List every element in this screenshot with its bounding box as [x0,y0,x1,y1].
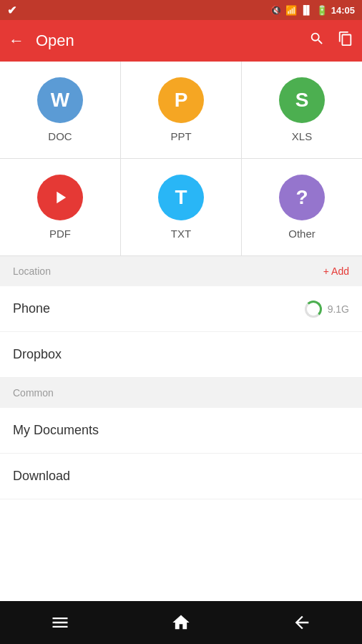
status-right: 🔇 📶 ▐▌ 🔋 14:05 [270,5,355,16]
back-nav-button[interactable] [292,613,312,633]
file-types-row-1: W DOC P PPT S XLS [0,62,362,159]
other-label: Other [288,228,315,240]
xls-label: XLS [292,130,312,142]
file-type-txt[interactable]: T TXT [121,159,242,255]
file-type-pdf[interactable]: PDF [0,159,121,255]
my-documents-label: My Documents [13,423,99,438]
bottom-navigation [0,601,362,644]
phone-label: Phone [13,301,50,316]
file-type-xls[interactable]: S XLS [242,62,362,158]
copy-icon[interactable] [338,31,353,51]
menu-button[interactable] [50,613,70,633]
download-label: Download [13,469,70,484]
other-icon: ? [279,175,325,220]
file-type-doc[interactable]: W DOC [0,62,121,158]
common-label: Common [13,387,54,399]
xls-icon: S [279,77,325,123]
doc-label: DOC [48,130,72,142]
pdf-icon [37,175,83,220]
phone-storage: 9.1G [305,301,349,318]
home-button[interactable] [171,613,191,633]
location-section-header: Location + Add [0,256,362,286]
status-bar: ✔ 🔇 📶 ▐▌ 🔋 14:05 [0,0,362,20]
dropbox-label: Dropbox [13,347,62,362]
header-actions [309,31,353,51]
status-time: 14:05 [331,5,355,16]
back-button[interactable]: ← [9,31,24,50]
storage-amount: 9.1G [328,303,349,315]
file-type-ppt[interactable]: P PPT [121,62,242,158]
wifi-icon: 📶 [285,5,297,16]
location-label: Location [13,265,51,277]
pdf-label: PDF [49,228,71,240]
search-icon[interactable] [309,31,325,51]
list-item-my-documents[interactable]: My Documents [0,408,362,454]
status-check-icon: ✔ [7,4,16,17]
doc-icon: W [37,77,83,123]
content-spacer [0,499,362,601]
mute-icon: 🔇 [270,5,282,16]
file-types-row-2: PDF T TXT ? Other [0,159,362,256]
header: ← Open [0,20,362,62]
file-type-other[interactable]: ? Other [242,159,362,255]
add-location-button[interactable]: + Add [323,265,349,277]
list-item-dropbox[interactable]: Dropbox [0,332,362,378]
page-title: Open [36,31,309,50]
file-types-grid: W DOC P PPT S XLS PDF T TXT ? Other [0,62,362,256]
txt-icon: T [158,175,204,220]
list-item-phone[interactable]: Phone 9.1G [0,286,362,332]
storage-circle-icon [305,301,322,318]
common-section-header: Common [0,378,362,408]
sim-icon: ▐▌ [300,5,313,15]
battery-icon: 🔋 [316,5,328,16]
ppt-label: PPT [170,130,191,142]
ppt-icon: P [158,77,204,123]
txt-label: TXT [171,228,191,240]
list-item-download[interactable]: Download [0,454,362,499]
